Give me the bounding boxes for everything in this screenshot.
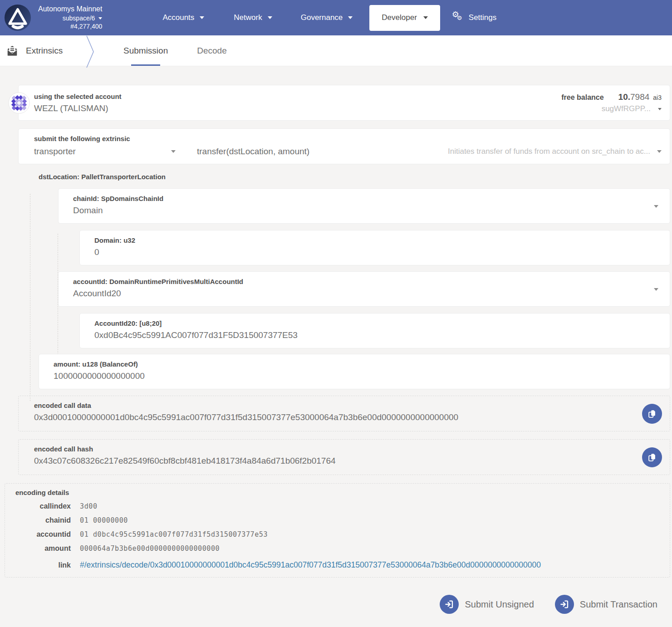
submit-unsigned-label: Submit Unsigned <box>465 599 534 610</box>
detail-label: link <box>15 561 71 569</box>
encoded-call-data-value: 0x3d00010000000001d0bc4c95c5991ac007f077… <box>34 412 624 422</box>
submit-unsigned-button[interactable]: Submit Unsigned <box>440 595 534 614</box>
nav-item-network[interactable]: Network <box>234 13 272 22</box>
detail-row: chainid 01 00000000 <box>15 516 661 524</box>
detail-row-link: link #/extrinsics/decode/0x3d00010000000… <box>15 560 661 570</box>
copy-call-hash-button[interactable] <box>642 447 662 467</box>
param-domain-input[interactable]: Domain: u32 0 <box>79 230 670 265</box>
encoded-call-hash-box: encoded call hash 0x43c07c608326c217e825… <box>18 439 670 475</box>
chevron-down-icon <box>654 205 658 208</box>
detail-row: amount 000064a7b3b6e00d0000000000000000 <box>15 544 661 553</box>
encoded-call-hash-label: encoded call hash <box>34 445 624 453</box>
nav-item-label: Developer <box>382 13 417 22</box>
param-accountid-select[interactable]: accountId: DomainRuntimePrimitivesMultiA… <box>58 271 670 307</box>
detail-label: accountid <box>15 530 71 539</box>
breadcrumb-divider <box>85 35 95 68</box>
tab-decode[interactable]: Decode <box>197 35 227 66</box>
encoding-details-title: encoding details <box>15 489 661 496</box>
nav-item-label: Network <box>234 13 262 22</box>
decode-link[interactable]: #/extrinsics/decode/0x3d00010000000001d0… <box>80 560 541 570</box>
section-heading: Extrinsics <box>6 45 63 57</box>
param-value: AccountId20 <box>73 289 643 299</box>
balance-fraction: 7984 <box>630 92 649 102</box>
method-select[interactable]: Initiates transfer of funds from account… <box>448 147 662 156</box>
detail-value: 000064a7b3b6e00d0000000000000000 <box>80 544 220 553</box>
tab-label: Decode <box>197 46 227 56</box>
pallet-name: transporter <box>34 147 76 157</box>
param-label: chainId: SpDomainsChainId <box>73 195 643 202</box>
chain-name: Autonomys Mainnet <box>38 5 102 14</box>
encoded-call-data-box: encoded call data 0x3d00010000000001d0bc… <box>18 396 670 431</box>
top-nav: Autonomys Mainnet subspace/6 #4,277,400 … <box>0 0 672 35</box>
account-address-short: sugWfRGPP... <box>602 104 651 113</box>
chevron-down-icon <box>658 108 662 110</box>
gear-icon: ⚙⚙ <box>452 12 465 24</box>
selected-account: using the selected account WEZL (TALISMA… <box>34 93 122 113</box>
tab-bar: Extrinsics Submission Decode <box>0 35 672 66</box>
block-number: #4,277,400 <box>38 22 102 30</box>
chevron-down-icon <box>98 17 102 20</box>
nav-item-accounts[interactable]: Accounts <box>162 13 204 22</box>
nav-item-governance[interactable]: Governance <box>301 13 353 22</box>
section-title: Extrinsics <box>26 46 63 56</box>
encoded-call-data-label: encoded call data <box>34 402 624 409</box>
param-chainid-select[interactable]: chainId: SpDomainsChainId Domain <box>58 188 670 224</box>
param-accountid20-input[interactable]: AccountId20: [u8;20] 0xd0Bc4c95c5991AC00… <box>79 313 670 348</box>
chevron-down-icon <box>268 16 272 19</box>
chevron-down-icon <box>654 288 658 291</box>
account-identicon <box>8 92 30 114</box>
detail-value: 01 d0bc4c95c5991ac007f077d31f5d315007377… <box>80 530 268 539</box>
chain-spec-selector[interactable]: subspace/6 <box>38 14 102 22</box>
extrinsic-label: submit the following extrinsic <box>34 135 662 142</box>
autonomys-logo-icon[interactable] <box>4 4 32 32</box>
submit-transaction-button[interactable]: Submit Transaction <box>555 595 657 614</box>
param-label: Domain: u32 <box>94 236 643 244</box>
detail-value: 01 00000000 <box>80 516 128 524</box>
chain-info: Autonomys Mainnet subspace/6 #4,277,400 <box>38 5 102 30</box>
copy-call-data-button[interactable] <box>642 404 662 424</box>
tree-connector <box>30 194 30 401</box>
chevron-down-icon <box>348 16 353 19</box>
copy-icon <box>647 409 657 419</box>
detail-label: chainid <box>15 516 71 524</box>
encoding-details-box: encoding details callindex 3d00 chainid … <box>5 483 670 578</box>
nav-item-label: Settings <box>469 13 496 22</box>
account-select-card[interactable]: using the selected account WEZL (TALISMA… <box>18 85 670 121</box>
submit-transaction-label: Submit Transaction <box>580 599 657 610</box>
active-tab-underline <box>131 64 160 66</box>
param-label: amount: u128 (BalanceOf) <box>54 360 643 368</box>
tab-submission[interactable]: Submission <box>123 35 168 66</box>
param-dstlocation-label: dstLocation: PalletTransporterLocation <box>39 173 672 181</box>
account-balance-block: free balance 10.7984 ai3 sugWfRGPP... <box>561 92 662 113</box>
balance-integer: 10. <box>618 92 630 102</box>
account-address-selector[interactable]: sugWfRGPP... <box>561 104 662 113</box>
param-value: Domain <box>73 206 643 216</box>
encoded-call-hash-value: 0x43c07c608326c217e82549f60cbf8cbf481eb4… <box>34 456 624 466</box>
free-balance: free balance 10.7984 ai3 <box>561 92 662 102</box>
param-label: accountId: DomainRuntimePrimitivesMultiA… <box>73 278 643 285</box>
param-label: AccountId20: [u8;20] <box>94 319 643 327</box>
submit-actions: Submit Unsigned Submit Transaction <box>0 595 657 614</box>
detail-row: callindex 3d00 <box>15 502 661 510</box>
detail-label: amount <box>15 544 71 553</box>
pallet-select[interactable]: transporter <box>34 147 176 157</box>
param-value: 1000000000000000000 <box>54 371 643 381</box>
chevron-down-icon <box>200 16 204 19</box>
chevron-down-icon <box>171 150 176 153</box>
balance-unit: ai3 <box>653 94 662 101</box>
extrinsics-envelope-icon <box>6 45 18 57</box>
method-description: Initiates transfer of funds from account… <box>448 147 650 156</box>
tab-label: Submission <box>123 46 168 56</box>
detail-label: callindex <box>15 502 71 510</box>
param-amount-input[interactable]: amount: u128 (BalanceOf) 100000000000000… <box>39 354 670 389</box>
tabs: Submission Decode <box>123 35 227 66</box>
sign-in-icon <box>555 595 574 614</box>
chevron-down-icon <box>657 150 662 153</box>
chevron-down-icon <box>423 16 428 19</box>
method-name: transfer(dstLocation, amount) <box>197 147 309 157</box>
nav-item-developer[interactable]: Developer <box>369 5 440 31</box>
extrinsic-select-card: submit the following extrinsic transport… <box>18 128 670 164</box>
nav-item-settings[interactable]: ⚙⚙ Settings <box>452 12 496 24</box>
chain-spec-label: subspace/6 <box>63 14 95 22</box>
free-balance-label: free balance <box>561 93 603 102</box>
